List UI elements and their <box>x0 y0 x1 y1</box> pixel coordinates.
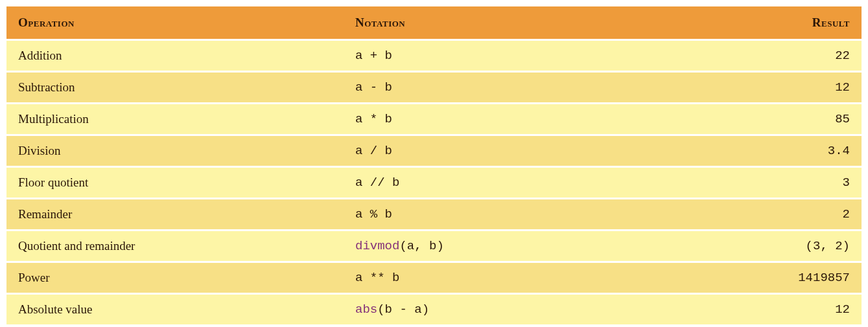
cell-result: 22 <box>733 40 862 72</box>
cell-result: 3.4 <box>733 135 862 167</box>
cell-notation: abs(b - a) <box>344 294 733 325</box>
table-row: Divisiona / b3.4 <box>6 135 862 167</box>
cell-notation: a ** b <box>344 262 733 294</box>
cell-result: 12 <box>733 294 862 325</box>
table-header-row: Operation Notation Result <box>6 6 862 40</box>
table-row: Remaindera % b2 <box>6 199 862 231</box>
cell-notation: a / b <box>344 135 733 167</box>
header-operation: Operation <box>6 6 344 40</box>
table-row: Quotient and remainderdivmod(a, b)(3, 2) <box>6 231 862 262</box>
cell-operation: Multiplication <box>6 104 344 135</box>
cell-result: 3 <box>733 167 862 199</box>
cell-result: 1419857 <box>733 262 862 294</box>
table-row: Absolute valueabs(b - a)12 <box>6 294 862 325</box>
header-result: Result <box>733 6 862 40</box>
cell-operation: Power <box>6 262 344 294</box>
cell-result: 2 <box>733 199 862 231</box>
cell-notation: divmod(a, b) <box>344 231 733 262</box>
table-row: Additiona + b22 <box>6 40 862 72</box>
cell-notation: a % b <box>344 199 733 231</box>
cell-result: 85 <box>733 104 862 135</box>
cell-notation: a - b <box>344 72 733 104</box>
table-row: Floor quotienta // b3 <box>6 167 862 199</box>
cell-operation: Quotient and remainder <box>6 231 344 262</box>
cell-operation: Subtraction <box>6 72 344 104</box>
operations-table: Operation Notation Result Additiona + b2… <box>6 6 862 324</box>
cell-operation: Division <box>6 135 344 167</box>
cell-operation: Remainder <box>6 199 344 231</box>
table-row: Multiplicationa * b85 <box>6 104 862 135</box>
cell-operation: Addition <box>6 40 344 72</box>
cell-operation: Absolute value <box>6 294 344 325</box>
table-row: Subtractiona - b12 <box>6 72 862 104</box>
header-notation: Notation <box>344 6 733 40</box>
cell-notation: a * b <box>344 104 733 135</box>
cell-result: 12 <box>733 72 862 104</box>
cell-result: (3, 2) <box>733 231 862 262</box>
cell-notation: a + b <box>344 40 733 72</box>
table-row: Powera ** b1419857 <box>6 262 862 294</box>
cell-notation: a // b <box>344 167 733 199</box>
cell-operation: Floor quotient <box>6 167 344 199</box>
